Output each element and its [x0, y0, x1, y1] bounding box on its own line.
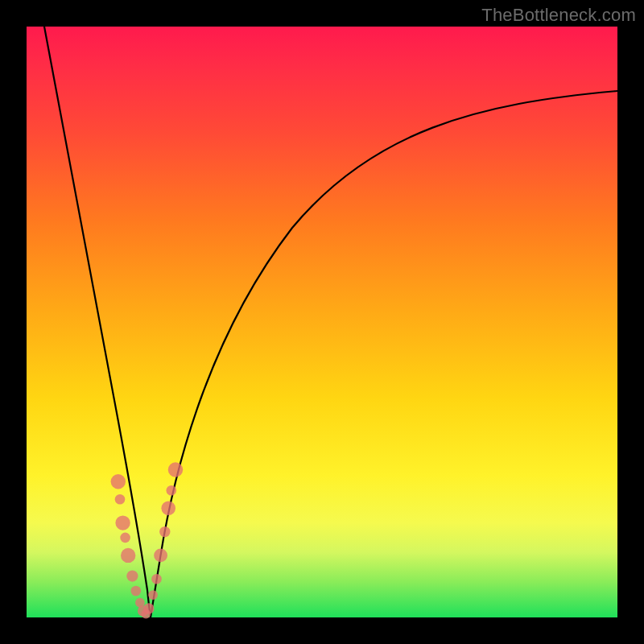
plot-area	[27, 27, 617, 617]
data-dot	[159, 526, 170, 537]
data-dot	[167, 485, 177, 496]
data-dot	[151, 574, 162, 584]
data-dot	[154, 549, 167, 563]
data-dot	[126, 571, 138, 582]
chart-frame: TheBottleneck.com	[0, 0, 644, 644]
data-dot	[131, 586, 142, 597]
data-dot	[111, 474, 126, 489]
data-dot	[115, 494, 126, 505]
data-dot	[120, 533, 130, 543]
data-dot	[161, 501, 175, 515]
curve-right-branch	[151, 91, 617, 617]
data-dot	[148, 590, 158, 600]
data-dot	[115, 515, 130, 530]
data-dot	[121, 548, 135, 563]
data-dot	[143, 603, 154, 613]
curve-left-branch	[44, 27, 151, 617]
data-dot	[168, 462, 183, 477]
watermark-text: TheBottleneck.com	[481, 5, 636, 26]
data-dots	[111, 462, 184, 618]
chart-svg	[27, 27, 617, 617]
